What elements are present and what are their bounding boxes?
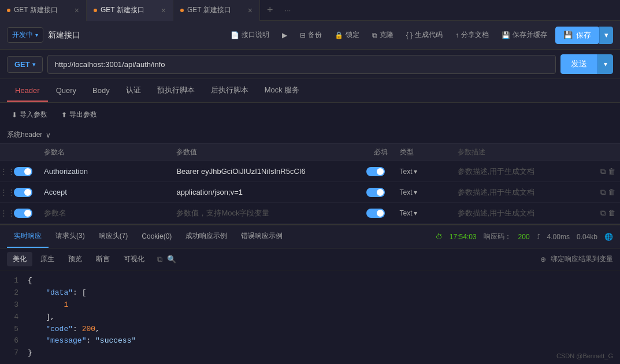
clone-btn[interactable]: ⧉ 克隆 [367,28,398,42]
row-copy-icon-2[interactable]: ⧉ [600,188,606,197]
save-arrow-icon: ▾ [604,31,608,39]
col-name-header: 参数名 [39,147,172,157]
type-select-2[interactable]: Text ▾ [400,188,417,196]
send-group: 发送 ▾ [560,54,613,74]
tab-close-3[interactable]: × [248,6,253,15]
required-toggle-3[interactable] [366,209,385,218]
save-button[interactable]: 💾 保存 [555,27,599,44]
tab-header[interactable]: Header [7,80,48,102]
table-row: ⋮⋮ 参数名 参数值，支持Mock字段变量 Text ▾ 参数描述,用于生成文档 [0,203,620,224]
method-label: GET [14,60,30,69]
table-row: ⋮⋮ Authorization Bearer eyJhbGciOiJIUzI1… [0,161,620,182]
toggle-2[interactable] [14,188,39,197]
param-desc-3[interactable]: 参数描述,用于生成文档 [453,208,585,218]
param-type-2[interactable]: Text ▾ [395,188,453,196]
toggle-3[interactable] [14,209,39,218]
row-delete-icon-3[interactable]: 🗑 [608,209,615,217]
tab-post-script[interactable]: 后执行脚本 [203,79,257,102]
tab-close-1[interactable]: × [75,6,79,15]
drag-handle-3[interactable]: ⋮⋮ [0,209,14,217]
param-value-3[interactable]: 参数值，支持Mock字段变量 [172,208,366,218]
drag-handle-1[interactable]: ⋮⋮ [0,167,14,176]
type-select-3[interactable]: Text ▾ [400,209,417,217]
tab-label-1: GET 新建接口 [14,5,58,15]
tab-more-button[interactable]: ··· [280,6,296,14]
row-copy-icon-1[interactable]: ⧉ [600,167,606,176]
method-chevron-icon: ▾ [32,61,35,68]
required-toggle-1[interactable] [366,167,385,176]
tab-3[interactable]: GET 新建接口 × [173,0,260,21]
backup-btn[interactable]: ⊟ 备份 [295,28,326,42]
param-value-2[interactable]: application/json;v=1 [172,188,366,196]
col-required-header: 必填 [366,147,395,157]
toggle-switch-1[interactable] [14,167,32,176]
row-delete-icon-2[interactable]: 🗑 [608,188,615,196]
tab-2[interactable]: GET 新建接口 × [87,0,173,21]
save-cache-btn[interactable]: 💾 保存并缓存 [497,28,552,42]
env-chevron-icon: ▾ [35,32,38,38]
row-actions-3: ⧉ 🗑 [585,209,620,218]
import-params-button[interactable]: ⬇ 导入参数 [7,107,52,122]
drag-handle-2[interactable]: ⋮⋮ [0,188,14,196]
tab-add-button[interactable]: + [260,4,280,16]
param-type-3[interactable]: Text ▾ [395,209,453,217]
param-required-2[interactable] [366,188,395,197]
toggle-switch-3[interactable] [14,209,32,218]
param-name-2[interactable]: Accept [39,188,172,196]
tab-bar: GET 新建接口 × GET 新建接口 × GET 新建接口 × + ··· [0,0,620,21]
system-header-section[interactable]: 系统header ∨ [0,127,620,144]
api-name: 新建接口 [48,30,221,40]
url-input[interactable] [47,55,556,74]
share-icon: ↑ [455,31,459,39]
type-select-1[interactable]: Text ▾ [400,168,417,176]
run-btn[interactable]: ▶ [277,29,292,42]
lock-btn[interactable]: 🔒 锁定 [330,28,364,42]
tab-auth[interactable]: 认证 [118,79,149,102]
col-type-header: 类型 [395,147,453,157]
share-btn[interactable]: ↑ 分享文档 [451,28,493,42]
param-value-1[interactable]: Bearer eyJhbGciOiJIUzI1NiIsInR5cCI6 [172,167,366,176]
param-name-3[interactable]: 参数名 [39,208,172,218]
gen-code-btn[interactable]: { } 生成代码 [402,28,447,42]
export-params-button[interactable]: ⬆ 导出参数 [57,107,102,122]
gen-code-icon: { } [406,31,413,39]
tab-label-3: GET 新建接口 [187,5,231,15]
param-name-1[interactable]: Authorization [39,167,172,176]
params-table: 参数名 参数值 必填 类型 参数描述 ⋮⋮ Authorization Bear… [0,144,620,224]
env-label: 开发中 [12,30,33,40]
tab-query[interactable]: Query [48,80,84,102]
tab-1[interactable]: GET 新建接口 × [0,0,87,21]
row-delete-icon-1[interactable]: 🗑 [608,167,615,176]
tab-close-2[interactable]: × [161,6,166,15]
param-required-1[interactable] [366,167,395,176]
url-bar: GET ▾ 发送 ▾ [0,50,620,79]
doc-icon: 📄 [231,31,239,39]
send-arrow-icon: ▾ [604,60,607,68]
param-desc-2[interactable]: 参数描述,用于生成文档 [453,187,585,198]
import-icon: ⬇ [12,111,17,119]
doc-btn[interactable]: 📄 接口说明 [226,28,274,42]
type-chevron-icon-1: ▾ [414,168,417,176]
toggle-switch-2[interactable] [14,188,32,197]
lock-icon: 🔒 [335,31,343,39]
required-toggle-2[interactable] [366,188,385,197]
col-value-header: 参数值 [172,147,366,157]
send-button[interactable]: 发送 [560,54,597,74]
save-dropdown-button[interactable]: ▾ [599,27,613,44]
param-desc-1[interactable]: 参数描述,用于生成文档 [453,166,585,177]
tab-label-2: GET 新建接口 [101,5,144,15]
tab-dot-1 [7,9,10,12]
col-desc-header: 参数描述 [453,147,585,157]
tab-pre-script[interactable]: 预执行脚本 [149,79,203,102]
tab-body[interactable]: Body [84,80,118,102]
send-dropdown-button[interactable]: ▾ [597,54,613,74]
param-type-1[interactable]: Text ▾ [395,168,453,176]
method-selector[interactable]: GET ▾ [7,56,43,73]
env-selector[interactable]: 开发中 ▾ [7,27,43,43]
toggle-1[interactable] [14,167,39,176]
row-copy-icon-3[interactable]: ⧉ [600,209,606,218]
save-cache-icon: 💾 [502,31,510,39]
save-group: 💾 保存 ▾ [555,27,613,44]
tab-mock[interactable]: Mock 服务 [257,79,308,102]
param-required-3[interactable] [366,209,395,218]
